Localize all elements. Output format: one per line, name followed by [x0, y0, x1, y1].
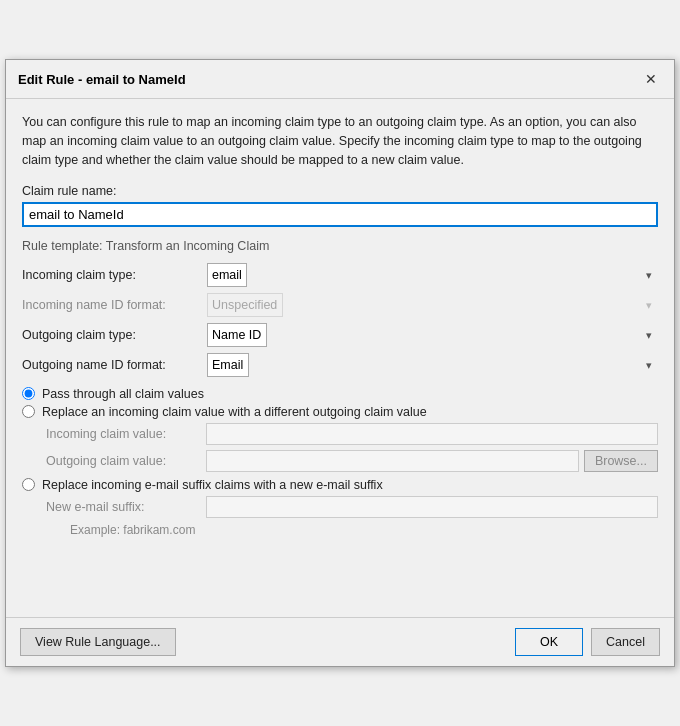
title-bar: Edit Rule - email to NameId ✕: [6, 60, 674, 99]
outgoing-claim-value-row: Outgoing claim value: Browse...: [46, 450, 658, 472]
browse-button[interactable]: Browse...: [584, 450, 658, 472]
incoming-claim-value-label: Incoming claim value:: [46, 427, 206, 441]
new-email-suffix-input[interactable]: [206, 496, 658, 518]
outgoing-name-id-row: Outgoing name ID format: Email: [22, 353, 658, 377]
outgoing-claim-type-select[interactable]: Name ID: [207, 323, 267, 347]
incoming-name-id-select[interactable]: Unspecified: [207, 293, 283, 317]
incoming-claim-type-wrapper: email: [207, 263, 658, 287]
incoming-claim-type-row: Incoming claim type: email: [22, 263, 658, 287]
claim-rule-name-input[interactable]: [22, 202, 658, 227]
dialog-content: You can configure this rule to map an in…: [6, 99, 674, 616]
cancel-button[interactable]: Cancel: [591, 628, 660, 656]
incoming-name-id-row: Incoming name ID format: Unspecified: [22, 293, 658, 317]
incoming-claim-value-input[interactable]: [206, 423, 658, 445]
outgoing-claim-value-input[interactable]: [206, 450, 579, 472]
claim-rule-name-label: Claim rule name:: [22, 184, 658, 198]
outgoing-claim-type-row: Outgoing claim type: Name ID: [22, 323, 658, 347]
incoming-name-id-wrapper: Unspecified: [207, 293, 658, 317]
rule-template-label: Rule template: Transform an Incoming Cla…: [22, 239, 658, 253]
outgoing-name-id-label: Outgoing name ID format:: [22, 358, 207, 372]
new-email-suffix-row: New e-mail suffix:: [46, 496, 658, 518]
radio-replace-incoming[interactable]: [22, 405, 35, 418]
radio-replace-incoming-label: Replace an incoming claim value with a d…: [42, 405, 427, 419]
footer-right: OK Cancel: [515, 628, 660, 656]
radio-replace-email-label: Replace incoming e-mail suffix claims wi…: [42, 478, 383, 492]
radio-pass-through-label: Pass through all claim values: [42, 387, 204, 401]
incoming-name-id-label: Incoming name ID format:: [22, 298, 207, 312]
radio-row-replace-incoming: Replace an incoming claim value with a d…: [22, 405, 658, 419]
example-text: Example: fabrikam.com: [46, 523, 658, 537]
incoming-claim-value-row: Incoming claim value:: [46, 423, 658, 445]
radio-group: Pass through all claim values Replace an…: [22, 387, 658, 537]
incoming-claim-type-label: Incoming claim type:: [22, 268, 207, 282]
description-text: You can configure this rule to map an in…: [22, 113, 658, 169]
view-rule-button[interactable]: View Rule Language...: [20, 628, 176, 656]
radio-row-pass-through: Pass through all claim values: [22, 387, 658, 401]
new-email-suffix-label: New e-mail suffix:: [46, 500, 206, 514]
outgoing-name-id-select[interactable]: Email: [207, 353, 249, 377]
close-button[interactable]: ✕: [640, 68, 662, 90]
radio-row-replace-email: Replace incoming e-mail suffix claims wi…: [22, 478, 658, 492]
email-suffix-subfields: New e-mail suffix: Example: fabrikam.com: [22, 496, 658, 537]
replace-incoming-subfields: Incoming claim value: Outgoing claim val…: [22, 423, 658, 472]
incoming-claim-type-select[interactable]: email: [207, 263, 247, 287]
outgoing-claim-type-wrapper: Name ID: [207, 323, 658, 347]
dialog-title: Edit Rule - email to NameId: [18, 72, 186, 87]
ok-button[interactable]: OK: [515, 628, 583, 656]
dialog-footer: View Rule Language... OK Cancel: [6, 617, 674, 666]
radio-replace-email-suffix[interactable]: [22, 478, 35, 491]
outgoing-name-id-wrapper: Email: [207, 353, 658, 377]
outgoing-claim-value-label: Outgoing claim value:: [46, 454, 206, 468]
edit-rule-dialog: Edit Rule - email to NameId ✕ You can co…: [5, 59, 675, 666]
spacer: [22, 543, 658, 603]
outgoing-claim-type-label: Outgoing claim type:: [22, 328, 207, 342]
radio-pass-through[interactable]: [22, 387, 35, 400]
